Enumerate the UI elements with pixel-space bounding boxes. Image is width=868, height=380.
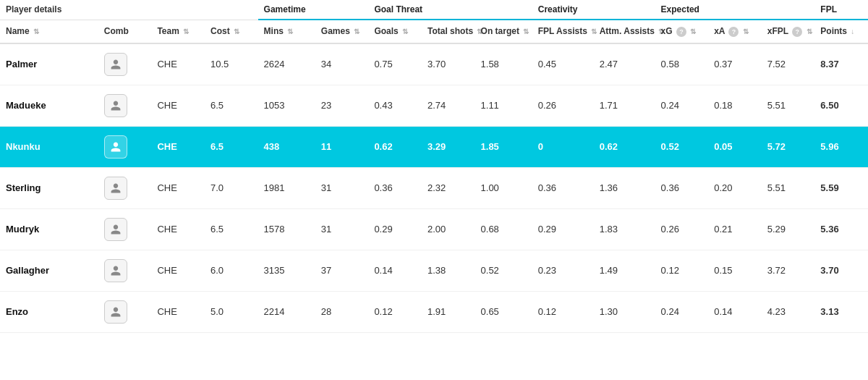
player-cost: 10.5: [210, 59, 229, 69]
player-fpl-assists: 0.23: [538, 265, 556, 276]
group-player-details: Player details: [0, 0, 258, 20]
player-name: Madueke: [6, 100, 46, 111]
player-games: 34: [321, 59, 331, 69]
player-mins: 1053: [264, 100, 285, 111]
player-goals: 0.12: [374, 306, 392, 317]
player-fpl-assists: 0: [538, 141, 543, 152]
table-row[interactable]: Palmer CHE10.52624340.753.701.580.452.47…: [0, 43, 868, 85]
col-fpl-assists[interactable]: FPL Assists ⇅: [532, 20, 594, 43]
sort-xa-icon: ⇅: [743, 28, 749, 35]
player-name: Palmer: [6, 59, 37, 69]
player-on-target: 1.11: [481, 100, 499, 111]
player-avatar-btn[interactable]: [104, 94, 127, 117]
col-team[interactable]: Team ⇅: [151, 20, 205, 43]
col-total-shots[interactable]: Total shots ⇅: [422, 20, 475, 43]
player-avatar-btn[interactable]: [104, 177, 127, 200]
player-points: 5.59: [820, 182, 838, 193]
player-total-shots: 2.00: [427, 224, 446, 235]
xg-info-icon[interactable]: ?: [676, 27, 686, 37]
player-games: 37: [321, 265, 331, 276]
player-avatar-btn[interactable]: [104, 300, 127, 324]
col-xg[interactable]: xG ? ⇅: [655, 20, 709, 43]
player-xa: 0.14: [714, 306, 732, 317]
player-total-shots: 3.70: [427, 59, 446, 69]
group-goal-threat: Goal Threat: [368, 0, 532, 20]
col-goals[interactable]: Goals ⇅: [368, 20, 422, 43]
player-mins: 2624: [264, 59, 285, 69]
col-on-target[interactable]: On target ⇅: [475, 20, 532, 43]
stats-table: Player details Gametime Goal Threat Crea…: [0, 0, 868, 333]
table-body: Palmer CHE10.52624340.753.701.580.452.47…: [0, 43, 868, 333]
player-avatar-btn[interactable]: [104, 135, 127, 159]
player-xg: 0.24: [661, 100, 679, 111]
player-cost: 6.5: [210, 141, 224, 152]
group-creativity: Creativity: [532, 0, 655, 20]
player-goals: 0.29: [374, 224, 392, 235]
player-fpl-assists: 0.29: [538, 224, 556, 235]
col-cost[interactable]: Cost ⇅: [205, 20, 258, 43]
player-goals: 0.36: [374, 182, 392, 193]
player-team: CHE: [157, 59, 176, 69]
player-attm-assists: 1.30: [600, 306, 618, 317]
player-games: 31: [321, 224, 331, 235]
player-name: Nkunku: [6, 141, 41, 152]
player-avatar-btn[interactable]: [104, 259, 127, 282]
table-row[interactable]: Enzo CHE5.02214280.121.910.650.121.300.2…: [0, 291, 868, 332]
player-mins: 1981: [264, 182, 285, 193]
col-points[interactable]: Points ↓: [814, 20, 868, 43]
xfpl-info-icon[interactable]: ?: [792, 27, 802, 37]
player-on-target: 1.85: [481, 141, 499, 152]
col-xa[interactable]: xA ? ⇅: [708, 20, 762, 43]
col-attm-assists[interactable]: Attm. Assists ⇅: [594, 20, 655, 43]
sort-xg-icon: ⇅: [690, 28, 696, 35]
group-fpl: FPL: [814, 0, 868, 20]
player-goals: 0.62: [374, 141, 392, 152]
table-row[interactable]: Sterling CHE7.01981310.362.321.000.361.3…: [0, 167, 868, 208]
player-avatar-btn[interactable]: [104, 53, 127, 76]
col-mins[interactable]: Mins ⇅: [258, 20, 315, 43]
player-games: 28: [321, 306, 331, 317]
player-xg: 0.52: [661, 141, 679, 152]
player-xfpl: 5.29: [767, 224, 786, 235]
player-attm-assists: 1.49: [600, 265, 618, 276]
player-games: 23: [321, 100, 331, 111]
player-on-target: 0.52: [481, 265, 499, 276]
player-total-shots: 2.32: [427, 182, 446, 193]
player-on-target: 1.58: [481, 59, 499, 69]
col-header-row: Name ⇅ Comb Team ⇅ Cost ⇅ Mins ⇅: [0, 20, 868, 43]
player-xa: 0.15: [714, 265, 732, 276]
player-mins: 2214: [264, 306, 285, 317]
table-row[interactable]: Nkunku CHE6.5438110.623.291.8500.620.520…: [0, 126, 868, 167]
player-points: 3.13: [820, 306, 838, 317]
player-cost: 6.5: [210, 224, 224, 235]
xa-info-icon[interactable]: ?: [728, 27, 739, 37]
table-row[interactable]: Madueke CHE6.51053230.432.741.110.261.71…: [0, 85, 868, 126]
player-cost: 7.0: [210, 182, 224, 193]
player-fpl-assists: 0.36: [538, 182, 556, 193]
col-xfpl[interactable]: xFPL ? ⇅: [762, 20, 815, 43]
col-name[interactable]: Name ⇅: [0, 20, 98, 43]
player-xfpl: 7.52: [767, 59, 786, 69]
table-row[interactable]: Mudryk CHE6.51578310.292.000.680.291.830…: [0, 208, 868, 250]
player-xg: 0.58: [661, 59, 679, 69]
player-avatar-btn[interactable]: [104, 218, 127, 241]
player-mins: 438: [264, 141, 280, 152]
player-team: CHE: [157, 265, 176, 276]
player-total-shots: 3.29: [427, 141, 446, 152]
player-xg: 0.24: [661, 306, 679, 317]
player-fpl-assists: 0.26: [538, 100, 556, 111]
player-team: CHE: [157, 182, 176, 193]
player-name: Mudryk: [6, 224, 39, 235]
player-name: Gallagher: [6, 265, 49, 276]
player-attm-assists: 2.47: [600, 59, 618, 69]
table-row[interactable]: Gallagher CHE6.03135370.141.380.520.231.…: [0, 250, 868, 291]
player-xa: 0.20: [714, 182, 732, 193]
player-xg: 0.36: [661, 182, 679, 193]
sort-cost-icon: ⇅: [234, 28, 239, 35]
col-comb[interactable]: Comb: [98, 20, 152, 43]
player-points: 5.96: [820, 141, 838, 152]
player-xg: 0.26: [661, 224, 679, 235]
player-points: 8.37: [820, 59, 838, 69]
col-games[interactable]: Games ⇅: [315, 20, 369, 43]
sort-ontgt-icon: ⇅: [523, 28, 529, 35]
